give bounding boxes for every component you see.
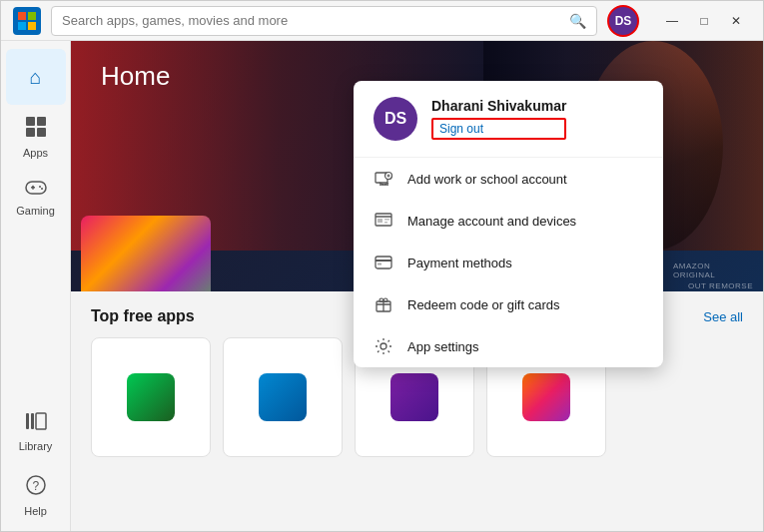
home-title: Home <box>101 61 170 92</box>
main-layout: ⌂ Apps <box>1 41 763 531</box>
svg-rect-7 <box>37 128 46 137</box>
svg-rect-32 <box>378 264 382 266</box>
svg-rect-27 <box>378 219 382 223</box>
svg-point-11 <box>39 186 41 188</box>
search-icon: 🔍 <box>569 13 586 29</box>
sidebar-item-help-label: Help <box>24 505 47 517</box>
svg-rect-1 <box>28 12 36 20</box>
app-card-1[interactable] <box>91 337 211 457</box>
ms-store-logo <box>13 7 41 35</box>
sidebar-item-gaming[interactable]: Gaming <box>6 169 66 225</box>
manage-account-icon <box>374 211 393 231</box>
titlebar: 🔍 DS — □ ✕ <box>1 1 763 41</box>
menu-item-payment-label: Payment methods <box>407 256 512 270</box>
menu-item-manage-account[interactable]: Manage account and devices <box>354 200 663 242</box>
app-icon-3 <box>390 373 438 421</box>
svg-point-36 <box>381 343 386 349</box>
payment-icon <box>374 253 393 272</box>
svg-rect-0 <box>18 12 26 20</box>
see-all-link[interactable]: See all <box>703 309 743 324</box>
search-input[interactable] <box>62 13 563 28</box>
svg-rect-5 <box>37 117 46 126</box>
svg-rect-8 <box>26 182 46 194</box>
sidebar-item-gaming-label: Gaming <box>16 205 55 217</box>
svg-rect-13 <box>26 413 29 429</box>
dropdown-avatar: DS <box>374 97 417 141</box>
sidebar-item-home[interactable]: ⌂ <box>6 49 66 105</box>
menu-item-redeem[interactable]: Redeem code or gift cards <box>354 283 663 325</box>
app-icon-1 <box>127 373 175 421</box>
svg-rect-6 <box>26 128 35 137</box>
dropdown-username: Dharani Shivakumar <box>431 98 566 114</box>
svg-rect-2 <box>18 22 26 30</box>
menu-item-app-settings-label: App settings <box>407 339 479 354</box>
menu-item-redeem-label: Redeem code or gift cards <box>407 297 559 312</box>
redeem-icon <box>374 294 393 314</box>
menu-item-app-settings[interactable]: App settings <box>354 325 663 367</box>
sidebar: ⌂ Apps <box>1 41 71 531</box>
user-avatar-button[interactable]: DS <box>607 5 639 37</box>
svg-rect-30 <box>376 257 391 268</box>
settings-icon <box>374 336 393 356</box>
app-icon-4 <box>522 373 570 421</box>
svg-rect-3 <box>28 22 36 30</box>
sidebar-item-library-label: Library <box>19 440 53 452</box>
app-window: 🔍 DS — □ ✕ ⌂ <box>0 0 764 532</box>
dropdown-header: DS Dharani Shivakumar Sign out <box>354 81 663 158</box>
minimize-button[interactable]: — <box>657 9 687 33</box>
menu-item-add-work-label: Add work or school account <box>407 172 567 187</box>
menu-item-payment[interactable]: Payment methods <box>354 242 663 283</box>
menu-item-manage-account-label: Manage account and devices <box>407 214 576 229</box>
svg-rect-29 <box>384 222 387 224</box>
svg-text:?: ? <box>32 479 39 493</box>
library-icon <box>25 411 47 436</box>
apps-icon <box>25 116 47 143</box>
window-controls: — □ ✕ <box>657 9 751 33</box>
app-icon-2 <box>259 373 307 421</box>
help-icon: ? <box>25 474 47 501</box>
sidebar-item-apps-label: Apps <box>23 147 48 159</box>
svg-point-12 <box>41 188 43 190</box>
content-area: Home SUN & TILE TOMORROW WAR PC Game Pa <box>71 41 763 531</box>
svg-rect-14 <box>31 413 34 429</box>
close-button[interactable]: ✕ <box>721 9 751 33</box>
svg-rect-4 <box>26 117 35 126</box>
amazon-original-label: AMAZON ORIGINAL <box>673 262 753 279</box>
add-work-icon <box>374 169 393 189</box>
gaming-icon <box>25 178 47 201</box>
menu-item-add-work[interactable]: Add work or school account <box>354 158 663 200</box>
without-remorse-label: OUT REMORSE <box>688 281 753 290</box>
svg-rect-15 <box>36 413 46 429</box>
app-card-2[interactable] <box>223 337 343 457</box>
svg-rect-10 <box>32 185 34 189</box>
search-bar[interactable]: 🔍 <box>51 6 597 36</box>
user-dropdown: DS Dharani Shivakumar Sign out <box>354 81 663 367</box>
maximize-button[interactable]: □ <box>689 9 719 33</box>
sidebar-item-help[interactable]: ? Help <box>6 467 66 523</box>
home-icon: ⌂ <box>29 66 41 89</box>
dropdown-user-info: Dharani Shivakumar Sign out <box>431 98 566 140</box>
sign-out-button[interactable]: Sign out <box>431 118 566 140</box>
sidebar-item-library[interactable]: Library <box>6 403 66 459</box>
section-title: Top free apps <box>91 307 195 325</box>
svg-rect-28 <box>384 219 389 221</box>
sidebar-item-apps[interactable]: Apps <box>6 109 66 165</box>
